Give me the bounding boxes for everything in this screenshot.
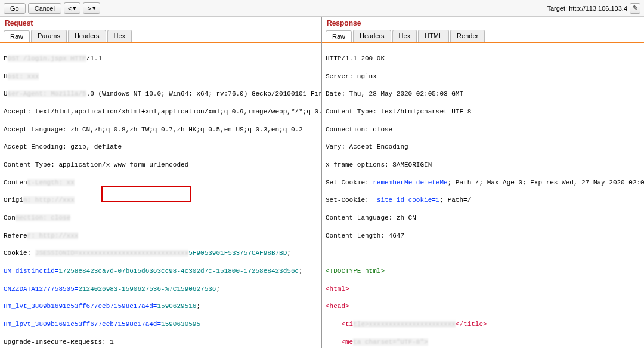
- request-panel: Request Raw Params Headers Hex POST /log…: [0, 17, 322, 348]
- response-content[interactable]: HTTP/1.1 200 OK Server: nginx Date: Thu,…: [322, 43, 644, 348]
- response-tabs: Raw Headers Hex HTML Render: [322, 30, 644, 43]
- chevron-left-icon: <: [68, 5, 72, 12]
- tab-render[interactable]: Render: [450, 30, 485, 42]
- request-content[interactable]: POST /login.jspx HTTP/1.1 Host: xxx User…: [0, 43, 321, 348]
- target-label: Target: http://113.106.103.4: [547, 5, 627, 12]
- dropdown-icon: ▾: [73, 4, 76, 12]
- tab-raw[interactable]: Raw: [4, 30, 30, 42]
- chevron-right-icon: >: [87, 5, 91, 12]
- pencil-icon: ✎: [633, 4, 638, 12]
- tab-headers[interactable]: Headers: [68, 30, 106, 42]
- cancel-button[interactable]: Cancel: [28, 3, 61, 14]
- tab-hex[interactable]: Hex: [392, 30, 417, 42]
- next-button[interactable]: > ▾: [83, 2, 100, 14]
- tab-html[interactable]: HTML: [418, 30, 449, 42]
- request-tabs: Raw Params Headers Hex: [0, 30, 321, 43]
- response-panel: Response Raw Headers Hex HTML Render HTT…: [322, 17, 644, 348]
- prev-button[interactable]: < ▾: [64, 2, 80, 14]
- tab-raw[interactable]: Raw: [326, 30, 352, 42]
- tab-hex[interactable]: Hex: [107, 30, 132, 42]
- response-title: Response: [322, 17, 644, 30]
- request-title: Request: [0, 17, 321, 30]
- go-button[interactable]: Go: [4, 3, 26, 14]
- tab-params[interactable]: Params: [31, 30, 67, 42]
- toolbar: Go Cancel < ▾ > ▾ Target: http://113.106…: [0, 0, 644, 17]
- tab-headers[interactable]: Headers: [353, 30, 391, 42]
- target-settings-button[interactable]: ✎: [630, 3, 640, 14]
- dropdown-icon: ▾: [92, 4, 96, 12]
